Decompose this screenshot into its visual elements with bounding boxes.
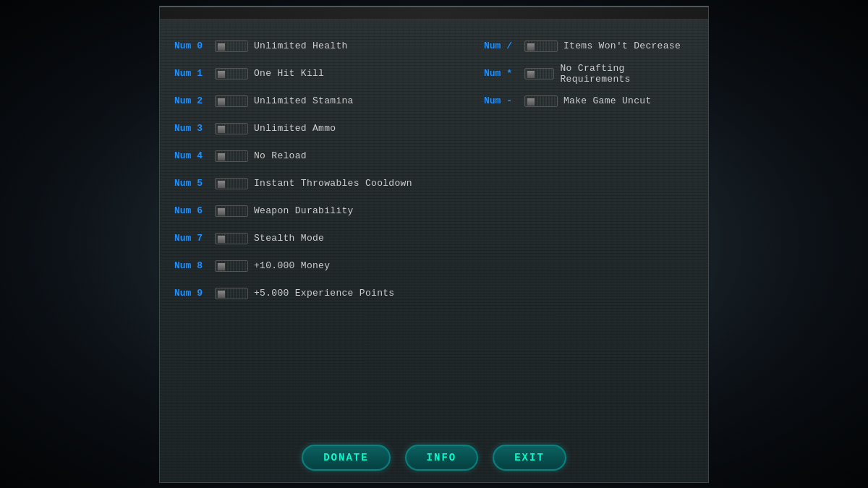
cheat-row: Num /Items Won't Decrease	[484, 34, 686, 59]
cheat-row: Num 0Unlimited Health	[174, 34, 469, 59]
content-area: Num 0Unlimited HealthNum 1One Hit KillNu…	[160, 20, 708, 320]
key-label: Num 3	[174, 123, 209, 134]
cheat-name: Items Won't Decrease	[563, 40, 681, 51]
exit-button[interactable]: EXIT	[493, 445, 566, 471]
cheat-row: Num 2Unlimited Stamina	[174, 89, 469, 114]
cheat-row: Num 7Stealth Mode	[174, 226, 469, 251]
cheat-row: Num 4No Reload	[174, 144, 469, 168]
toggle-slider[interactable]	[215, 205, 248, 217]
cheat-row: Num 1One Hit Kill	[174, 61, 469, 86]
toggle-slider[interactable]	[524, 40, 558, 52]
key-label: Num 4	[174, 150, 209, 161]
cheat-row: Num 5Instant Throwables Cooldown	[174, 171, 469, 196]
cheat-name: One Hit Kill	[254, 68, 324, 79]
toggle-slider[interactable]	[215, 178, 248, 189]
key-label: Num 1	[174, 68, 209, 79]
key-label: Num -	[484, 95, 519, 106]
cheat-name: Unlimited Health	[254, 40, 348, 51]
key-label: Num 9	[174, 288, 209, 299]
cheat-name: Make Game Uncut	[563, 95, 652, 106]
spacer	[160, 320, 708, 436]
title-bar	[160, 7, 708, 20]
toggle-slider[interactable]	[524, 95, 558, 107]
key-label: Num 0	[174, 40, 209, 51]
right-column: Num /Items Won't DecreaseNum *No Craftin…	[484, 34, 686, 306]
cheat-name: Stealth Mode	[254, 233, 324, 244]
cheat-row: Num *No Crafting Requirements	[484, 61, 686, 86]
donate-button[interactable]: DONATE	[302, 445, 390, 471]
toggle-slider[interactable]	[215, 233, 248, 244]
toggle-slider[interactable]	[215, 150, 248, 162]
toggle-slider[interactable]	[215, 288, 248, 299]
toggle-slider[interactable]	[215, 40, 248, 52]
footer: DONATEINFOEXIT	[160, 436, 708, 482]
cheat-name: +5.000 Experience Points	[254, 288, 394, 299]
cheat-row: Num -Make Game Uncut	[484, 89, 686, 114]
key-label: Num 8	[174, 260, 209, 271]
key-label: Num /	[484, 40, 519, 51]
toggle-slider[interactable]	[215, 260, 248, 272]
cheat-name: No Reload	[254, 150, 307, 161]
cheat-name: +10.000 Money	[254, 260, 330, 271]
key-label: Num 5	[174, 178, 209, 189]
cheat-name: Unlimited Ammo	[254, 123, 336, 134]
trainer-window: Num 0Unlimited HealthNum 1One Hit KillNu…	[159, 6, 709, 483]
key-label: Num 7	[174, 233, 209, 244]
cheat-name: Weapon Durability	[254, 205, 354, 216]
key-label: Num 2	[174, 95, 209, 106]
cheat-name: Unlimited Stamina	[254, 95, 354, 106]
toggle-slider[interactable]	[215, 95, 248, 107]
cheat-name: No Crafting Requirements	[560, 63, 686, 85]
cheat-row: Num 6Weapon Durability	[174, 199, 469, 223]
toggle-slider[interactable]	[215, 123, 248, 134]
info-button[interactable]: INFO	[405, 445, 479, 471]
toggle-slider[interactable]	[524, 68, 554, 80]
cheat-row: Num 9+5.000 Experience Points	[174, 281, 469, 306]
background: Num 0Unlimited HealthNum 1One Hit KillNu…	[0, 0, 868, 488]
cheat-row: Num 8+10.000 Money	[174, 254, 469, 278]
key-label: Num *	[484, 68, 519, 79]
toggle-slider[interactable]	[215, 68, 248, 80]
cheat-name: Instant Throwables Cooldown	[254, 178, 412, 189]
cheat-row: Num 3Unlimited Ammo	[174, 116, 469, 141]
key-label: Num 6	[174, 205, 209, 216]
left-column: Num 0Unlimited HealthNum 1One Hit KillNu…	[174, 34, 469, 306]
